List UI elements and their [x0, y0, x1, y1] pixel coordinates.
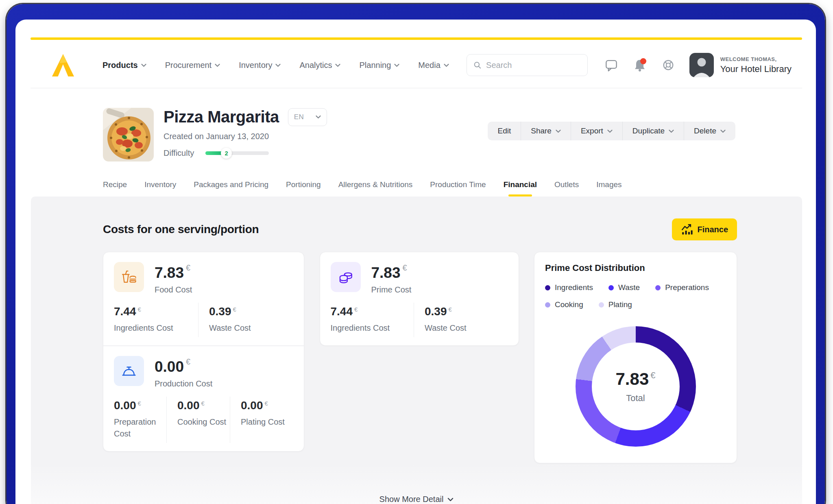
tab-inventory[interactable]: Inventory: [144, 180, 176, 196]
chevron-down-icon: [215, 63, 220, 67]
product-tabs: Recipe Inventory Packages and Pricing Po…: [15, 180, 816, 196]
chevron-down-icon: [394, 63, 399, 67]
chat-icon: [604, 57, 619, 73]
donut-chart: 7.83€ Total: [576, 326, 696, 447]
food-cost-label: Food Cost: [155, 285, 192, 295]
nav-item-inventory[interactable]: Inventory: [239, 61, 281, 70]
user-text: WELCOME THOMAS, Your Hotel Library: [720, 56, 792, 74]
tab-packages-and-pricing[interactable]: Packages and Pricing: [194, 180, 268, 196]
tab-production-time[interactable]: Production Time: [430, 180, 486, 196]
finance-chart-icon: [681, 224, 693, 235]
legend-dot: [608, 285, 614, 290]
lifebuoy-icon: [661, 58, 676, 72]
tab-images[interactable]: Images: [596, 180, 621, 196]
tab-portioning[interactable]: Portioning: [286, 180, 321, 196]
chevron-down-icon: [335, 63, 340, 67]
nav-item-analytics[interactable]: Analytics: [299, 61, 340, 70]
production-cost-value: 0.00€: [155, 358, 212, 374]
difficulty-slider-knob[interactable]: 2: [221, 148, 232, 159]
search-icon: [473, 61, 481, 70]
delete-button[interactable]: Delete: [684, 122, 735, 140]
product-info: Pizza Margarita EN Created on January 13…: [164, 108, 327, 161]
created-date: Created on January 13, 2020: [164, 132, 327, 141]
window-frame: Products Procurement Inventory Analytics…: [7, 4, 825, 504]
preparation-cost-block: 0.00€ Preparation Cost: [114, 397, 166, 443]
production-cost-section: 0.00€ Production Cost 0.00€ Preparation …: [103, 346, 304, 451]
prime-cost-label: Prime Cost: [371, 285, 412, 295]
tab-recipe[interactable]: Recipe: [103, 180, 127, 196]
nav-item-media[interactable]: Media: [418, 61, 449, 70]
fastfood-icon: [120, 268, 138, 286]
chevron-down-icon: [607, 129, 613, 133]
avatar: [689, 53, 714, 77]
financial-panel: Costs for one serving/portion Finance: [31, 196, 802, 504]
chevron-down-icon: [669, 129, 674, 133]
export-button[interactable]: Export: [571, 122, 622, 140]
food-cost-value: 7.83€: [155, 264, 192, 280]
donut-total-label: Total: [626, 393, 645, 404]
cloche-icon: [120, 362, 138, 380]
tab-outlets[interactable]: Outlets: [554, 180, 579, 196]
messages-button[interactable]: [603, 57, 619, 73]
support-button[interactable]: [660, 57, 676, 73]
difficulty-label: Difficulty: [164, 148, 194, 158]
tab-allergens-nutritions[interactable]: Allergens & Nutritions: [338, 180, 413, 196]
difficulty-slider[interactable]: 2: [205, 151, 269, 155]
notifications-button[interactable]: [632, 57, 648, 73]
search-field: [467, 54, 588, 76]
legend-item-plating: Plating: [599, 300, 632, 309]
chevron-down-icon: [141, 63, 146, 67]
legend-dot: [545, 302, 550, 308]
welcome-text: WELCOME THOMAS,: [720, 56, 792, 62]
duplicate-button[interactable]: Duplicate: [622, 122, 684, 140]
cooking-cost-block: 0.00€ Cooking Cost: [166, 397, 230, 443]
prime-waste-cost-block: 0.39€ Waste Cost: [414, 303, 508, 337]
section-title: Costs for one serving/portion: [103, 223, 259, 236]
food-cost-card: 7.83€ Food Cost 7.44€ Ingredients Cost 0…: [103, 252, 304, 452]
product-header: Pizza Margarita EN Created on January 13…: [15, 88, 816, 161]
chevron-down-icon: [275, 63, 281, 67]
finance-button[interactable]: Finance: [672, 218, 737, 240]
prime-cost-tile: [331, 262, 361, 292]
app-window: Products Procurement Inventory Analytics…: [15, 20, 816, 504]
app-logo[interactable]: [51, 53, 75, 77]
show-more-button[interactable]: Show More Detail: [31, 495, 802, 504]
nav-item-products[interactable]: Products: [102, 61, 146, 70]
donut-center: 7.83€ Total: [592, 343, 680, 430]
navbar-icons: [603, 57, 676, 73]
main-menu: Products Procurement Inventory Analytics…: [102, 61, 449, 70]
language-value: EN: [294, 113, 304, 121]
chevron-down-icon: [444, 63, 449, 67]
distribution-title: Prime Cost Distribution: [545, 263, 726, 273]
notification-badge: [640, 58, 646, 64]
chevron-down-icon: [556, 129, 561, 133]
user-menu[interactable]: WELCOME THOMAS, Your Hotel Library: [689, 53, 792, 77]
chevron-down-icon: [447, 497, 454, 502]
waste-cost-block: 0.39€ Waste Cost: [198, 303, 293, 337]
language-select[interactable]: EN: [288, 108, 327, 126]
prime-cost-card: 7.83€ Prime Cost 7.44€ Ingredients Cost …: [320, 252, 519, 346]
top-accent-line: [31, 37, 802, 40]
action-bar: Edit Share Export Duplicate Delete: [488, 122, 735, 140]
food-cost-tile: [114, 262, 144, 292]
chevron-down-icon: [720, 129, 726, 133]
nav-item-procurement[interactable]: Procurement: [165, 61, 220, 70]
search-input[interactable]: [486, 61, 581, 70]
production-cost-label: Production Cost: [155, 379, 212, 388]
chevron-down-icon: [316, 115, 321, 119]
legend-dot: [599, 302, 604, 308]
legend-item-preperations: Preperations: [655, 283, 709, 292]
food-cost-section: 7.83€ Food Cost 7.44€ Ingredients Cost 0…: [103, 252, 304, 345]
legend-item-cooking: Cooking: [545, 300, 583, 309]
prime-cost-value: 7.83€: [371, 264, 412, 280]
tab-financial[interactable]: Financial: [504, 180, 537, 196]
product-image: [103, 108, 154, 161]
edit-button[interactable]: Edit: [488, 122, 521, 140]
legend-dot: [545, 285, 550, 290]
plating-cost-block: 0.00€ Plating Cost: [230, 397, 293, 443]
account-name: Your Hotel Library: [720, 64, 792, 74]
nav-item-planning[interactable]: Planning: [359, 61, 399, 70]
share-button[interactable]: Share: [521, 122, 571, 140]
legend-item-waste: Waste: [608, 283, 640, 292]
donut-total-value: 7.83€: [616, 369, 656, 389]
